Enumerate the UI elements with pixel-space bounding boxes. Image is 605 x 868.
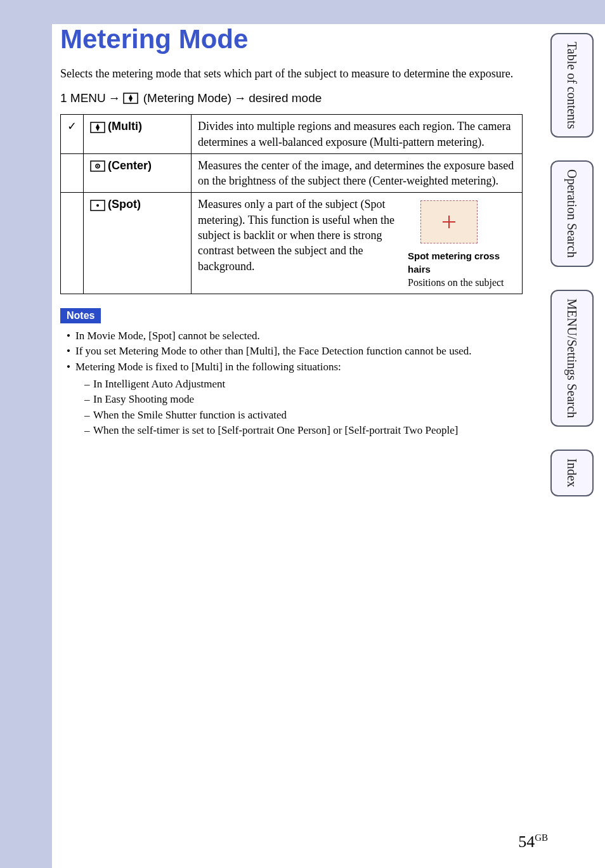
svg-point-8 [96,204,99,207]
list-item: In Movie Mode, [Spot] cannot be selected… [67,328,523,344]
top-decor-band [0,0,605,24]
tab-table-of-contents[interactable]: Table of contents [550,33,594,138]
main-content: Metering Mode Selects the metering mode … [60,24,523,439]
list-item: In Easy Shooting mode [84,392,523,408]
notes-heading: Notes [60,308,101,323]
crosshair-icon [448,216,450,228]
side-nav-tabs: Table of contents Operation Search MENU/… [550,33,594,519]
mode-cell: (Multi) [84,115,192,154]
table-row: (Center) Measures the center of the imag… [61,153,523,193]
table-row: (Spot) Measures only a part of the subje… [61,193,523,294]
spot-icon [90,200,105,211]
tab-label: Index [565,458,579,488]
svg-marker-3 [96,124,100,131]
spot-crosshair-illustration [420,200,478,243]
modes-table: ✓ (Multi) Divides into multiple regions … [60,114,523,294]
instruction-suffix: desired mode [249,91,322,105]
default-check [61,153,84,193]
tab-menu-settings-search[interactable]: MENU/Settings Search [550,290,594,427]
intro-paragraph: Selects the metering mode that sets whic… [60,66,523,81]
mode-description: Measures only a part of the subject (Spo… [192,193,523,294]
mode-label: (Center) [108,159,152,172]
mode-cell: (Center) [84,153,192,193]
page-number-value: 54 [518,832,535,851]
list-item: In Intelligent Auto Adjustment [84,377,523,392]
svg-marker-1 [129,94,133,102]
spot-caption-normal: Positions on the subject [408,276,516,290]
instruction-line: 1 MENU → (Metering Mode) → desired mode [60,91,523,105]
svg-point-6 [97,165,98,167]
center-icon [90,160,105,172]
mode-description: Divides into multiple regions and measur… [192,115,523,154]
arrow-icon: → [234,91,246,105]
list-item: When the Smile Shutter function is activ… [84,408,523,424]
spot-desc-text: Measures only a part of the subject (Spo… [198,197,400,289]
spot-caption-bold: Spot metering cross hairs [408,250,516,276]
tab-label: Table of contents [565,42,579,129]
mode-label: (Multi) [108,120,142,133]
multi-metering-icon [123,93,138,104]
list-item: If you set Metering Mode to other than [… [67,344,523,360]
instruction-mid: (Metering Mode) [143,91,231,105]
notes-sublist: In Intelligent Auto Adjustment In Easy S… [75,377,523,439]
arrow-icon: → [108,91,120,105]
notes-list: In Movie Mode, [Spot] cannot be selected… [60,328,523,439]
table-row: ✓ (Multi) Divides into multiple regions … [61,115,523,154]
page-title: Metering Mode [60,24,523,55]
default-check [61,193,84,294]
list-item: Metering Mode is fixed to [Multi] in the… [67,360,523,439]
mode-description: Measures the center of the image, and de… [192,153,523,193]
multi-icon [90,122,105,133]
page-number: 54GB [518,832,548,852]
instruction-prefix: 1 MENU [60,91,106,105]
spot-figure: Spot metering cross hairs Positions on t… [408,197,516,289]
mode-cell: (Spot) [84,193,192,294]
tab-operation-search[interactable]: Operation Search [550,160,594,266]
list-item: When the self-timer is set to [Self-port… [84,423,523,439]
left-decor-band [0,0,52,868]
tab-label: Operation Search [565,169,579,257]
list-item-text: Metering Mode is fixed to [Multi] in the… [75,361,341,373]
default-check: ✓ [61,115,84,154]
tab-label: MENU/Settings Search [565,299,579,418]
tab-index[interactable]: Index [550,450,594,496]
mode-label: (Spot) [108,198,141,211]
page-lang: GB [535,832,548,843]
